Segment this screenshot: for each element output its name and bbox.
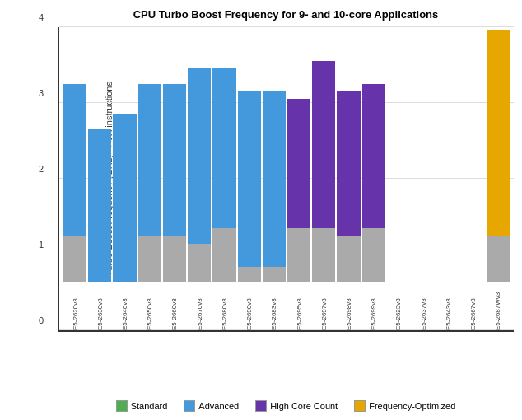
bar-group: E5-2683v3: [263, 91, 286, 330]
bar-group: E5-2687Wv3: [487, 30, 510, 330]
bar-segment-gray: [337, 236, 360, 282]
bar-stack: [287, 99, 310, 282]
x-label: E5-2683v3: [270, 285, 277, 330]
legend-item: Advanced: [184, 400, 239, 412]
x-label: E5-2643v3: [445, 285, 452, 330]
bar-group: E5-2667v3: [462, 282, 485, 330]
bar-segment-gray: [312, 228, 335, 282]
legend-item: Frequency-Optimized: [354, 400, 455, 412]
x-label: E5-2640v3: [121, 285, 128, 330]
bar-segment-advanced: [263, 91, 286, 267]
bar-group: E5-2650v3: [138, 84, 161, 331]
legend-label: Frequency-Optimized: [369, 401, 455, 411]
x-label: E5-2667v3: [469, 285, 477, 330]
bar-segment-hcc: [337, 91, 360, 236]
x-label: E5-2690v3: [245, 285, 253, 330]
legend-color-box: [255, 400, 267, 412]
bar-segment-gray: [362, 228, 385, 282]
legend: StandardAdvancedHigh Core CountFrequency…: [58, 400, 514, 412]
bar-stack: [63, 84, 86, 282]
bar-segment-gray: [212, 228, 235, 282]
bar-group: E5-2690v3: [238, 91, 261, 330]
bar-group: E5-2643v3: [436, 282, 459, 330]
bar-segment-advanced: [63, 84, 86, 236]
legend-label: Standard: [131, 401, 168, 411]
bar-segment-gray: [238, 267, 261, 282]
x-label: E5-2660v3: [170, 285, 178, 330]
bar-stack: [138, 84, 161, 282]
bar-group: E5-2680v3: [212, 68, 235, 330]
bar-segment-advanced: [88, 129, 111, 282]
legend-color-box: [116, 400, 128, 412]
chart-title: CPU Turbo Boost Frequency for 9- and 10-…: [58, 8, 514, 21]
bar-segment-advanced: [163, 84, 186, 236]
y-tick-label: 1: [39, 240, 44, 250]
bar-stack: [188, 68, 211, 282]
bar-stack: [88, 129, 111, 282]
x-label: E5-2680v3: [221, 285, 228, 330]
bar-segment-gray: [287, 228, 310, 282]
bar-stack: [362, 84, 385, 282]
x-label: E5-2687Wv3: [494, 285, 501, 330]
legend-color-box: [354, 400, 366, 412]
bar-group: E5-2630v3: [88, 129, 111, 330]
x-label: E5-2620v3: [72, 285, 79, 330]
x-label: E5-2630v3: [96, 285, 104, 330]
bar-group: E5-2670v3: [188, 68, 211, 330]
bar-segment-gray: [188, 244, 211, 282]
bars-area: E5-2620v3E5-2630v3E5-2640v3E5-2650v3E5-2…: [59, 27, 514, 330]
bar-segment-advanced: [212, 68, 235, 228]
y-tick-label: 0: [39, 315, 44, 325]
bar-segment-gray: [487, 236, 510, 282]
legend-color-box: [184, 400, 195, 412]
bar-group: E5-2623v3: [387, 282, 410, 330]
chart-container: CPU Turbo Boost Frequency for 9- and 10-…: [0, 0, 522, 420]
bar-group: E5-2699v3: [362, 84, 385, 331]
bar-stack: [113, 114, 136, 282]
bar-segment-gray: [63, 236, 86, 282]
bar-segment-gray: [163, 236, 186, 282]
x-label: E5-2698v3: [345, 285, 352, 330]
bar-stack: [212, 68, 235, 282]
y-tick-label: 3: [39, 88, 44, 98]
bar-segment-advanced: [113, 114, 136, 282]
bar-segment-hcc: [362, 84, 385, 229]
bar-segment-fo: [487, 30, 510, 236]
legend-label: High Core Count: [270, 401, 338, 411]
bar-segment-advanced: [138, 84, 161, 236]
chart-area: Turbo Boost Frequency (GHz) - AVX instru…: [58, 27, 514, 332]
legend-label: Advanced: [198, 401, 239, 411]
bar-segment-advanced: [238, 91, 261, 267]
legend-item: High Core Count: [255, 400, 338, 412]
x-label: E5-2670v3: [196, 285, 203, 330]
bar-stack: [163, 84, 186, 282]
bar-segment-advanced: [188, 68, 211, 244]
legend-item: Standard: [116, 400, 168, 412]
x-label: E5-2623v3: [394, 285, 402, 330]
y-tick-label: 4: [39, 12, 44, 22]
x-label: E5-2650v3: [146, 285, 153, 330]
bar-group: E5-2640v3: [113, 114, 136, 331]
bar-group: E5-2698v3: [337, 91, 360, 330]
x-label: E5-2697v3: [320, 285, 328, 330]
bar-segment-gray: [263, 267, 286, 282]
bar-stack: [263, 91, 286, 282]
bar-stack: [487, 30, 510, 282]
bar-stack: [238, 91, 261, 282]
bar-segment-gray: [138, 236, 161, 282]
bar-segment-hcc: [287, 99, 310, 228]
bar-segment-hcc: [312, 61, 335, 229]
bar-group: E5-2637v3: [412, 282, 435, 330]
bar-stack: [312, 61, 335, 282]
x-label: E5-2699v3: [370, 285, 377, 330]
bar-group: E5-2697v3: [312, 61, 335, 330]
bar-stack: [337, 91, 360, 282]
x-label: E5-2637v3: [420, 285, 427, 330]
x-label: E5-2695v3: [296, 285, 303, 330]
bar-group: E5-2620v3: [63, 84, 86, 331]
bar-group: E5-2695v3: [287, 99, 310, 330]
y-tick-label: 2: [39, 164, 44, 174]
bar-group: E5-2660v3: [163, 84, 186, 331]
